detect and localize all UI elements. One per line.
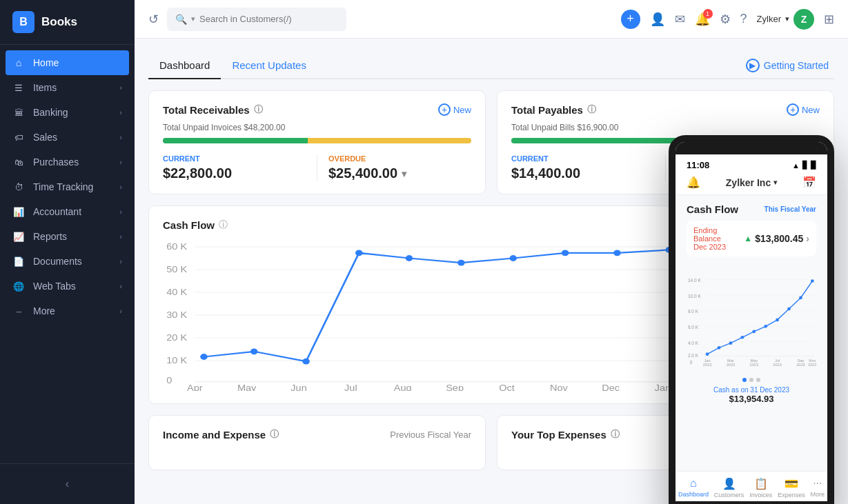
svg-text:2022: 2022	[600, 390, 622, 391]
search-dropdown-icon[interactable]: ▾	[191, 14, 195, 23]
mobile-tab-more[interactable]: ··· More	[811, 477, 825, 498]
sidebar-item-reports[interactable]: 📈 Reports ›	[0, 224, 135, 249]
svg-text:14.0 K: 14.0 K	[688, 278, 702, 283]
chart-dot	[250, 348, 258, 354]
sidebar: B Books ⌂ Home ☰ Items › 🏛 Banking ›	[0, 0, 135, 504]
mobile-chart-svg: 14.0 K 10.0 K 8.0 K 6.0 K 4.0 K 2.0 K 0	[687, 263, 816, 374]
mobile-chart: 14.0 K 10.0 K 8.0 K 6.0 K 4.0 K 2.0 K 0	[687, 263, 816, 374]
add-button[interactable]: +	[621, 10, 640, 29]
dot	[749, 378, 753, 382]
user-name: Zylker	[757, 14, 781, 24]
main-content: ↺ 🔍 ▾ + 👤 ✉ 🔔 1 ⚙ ? Zylker ▾ Z ⊞	[135, 0, 848, 504]
mobile-tab-expenses[interactable]: 💳 Expenses	[778, 477, 805, 498]
refresh-button[interactable]: ↺	[148, 12, 159, 27]
chart-dot	[302, 359, 310, 365]
svg-point-54	[740, 336, 744, 339]
svg-text:10.0 K: 10.0 K	[688, 294, 702, 299]
mobile-cash-label: Cash as on 31 Dec 2023	[687, 386, 816, 394]
svg-point-59	[799, 296, 802, 300]
mobile-cashflow-title: Cash Flow	[687, 203, 738, 215]
svg-point-53	[729, 341, 733, 345]
chart-dot	[562, 250, 569, 256]
sidebar-item-documents[interactable]: 📄 Documents ›	[0, 249, 135, 274]
notifications-icon[interactable]: 🔔 1	[695, 12, 710, 27]
help-icon[interactable]: ?	[740, 12, 747, 26]
mobile-bell-icon: 🔔	[687, 176, 700, 189]
more-icon: ···	[12, 305, 25, 317]
income-expense-period[interactable]: Previous Fiscal Year	[390, 430, 471, 440]
search-icon: 🔍	[175, 14, 187, 25]
sidebar-item-sales[interactable]: 🏷 Sales ›	[0, 125, 135, 150]
sidebar-item-purchases[interactable]: 🛍 Purchases ›	[0, 150, 135, 174]
search-input[interactable]	[199, 14, 337, 24]
mobile-balance-label: Ending Balance	[693, 226, 721, 243]
svg-text:30 K: 30 K	[166, 311, 187, 321]
receivables-new-button[interactable]: + New	[438, 103, 471, 116]
app-name: Books	[41, 15, 77, 29]
sales-icon: 🏷	[12, 131, 25, 143]
overdue-dropdown-icon[interactable]: ▾	[402, 168, 406, 179]
chart-dot	[509, 255, 517, 261]
sidebar-logo: B Books	[0, 0, 135, 45]
mobile-header: 🔔 Zylker Inc ▾ 📅	[676, 173, 827, 195]
tab-recent-updates[interactable]: Recent Updates	[221, 52, 317, 79]
chevron-right-icon: ›	[119, 282, 122, 290]
grid-icon[interactable]: ⊞	[824, 12, 834, 27]
svg-text:8.0 K: 8.0 K	[688, 309, 699, 314]
svg-text:2023: 2023	[750, 363, 759, 367]
contacts-icon[interactable]: 👤	[650, 12, 665, 27]
sidebar-item-time-tracking[interactable]: ⏱ Time Tracking ›	[0, 174, 135, 199]
purchases-icon: 🛍	[12, 156, 25, 168]
mobile-tab-customers[interactable]: 👤 Customers	[714, 477, 745, 498]
sidebar-item-items[interactable]: ☰ Items ›	[0, 75, 135, 100]
mobile-tab-invoices[interactable]: 📋 Invoices	[749, 477, 772, 498]
topbar: ↺ 🔍 ▾ + 👤 ✉ 🔔 1 ⚙ ? Zylker ▾ Z ⊞	[135, 0, 848, 39]
documents-icon: 📄	[12, 255, 25, 268]
current-label: CURRENT	[163, 154, 306, 163]
user-menu[interactable]: Zylker ▾ Z	[757, 9, 814, 30]
time-tracking-icon: ⏱	[12, 181, 25, 193]
svg-text:10 K: 10 K	[166, 356, 187, 366]
sidebar-nav: ⌂ Home ☰ Items › 🏛 Banking › 🏷 Sales	[0, 45, 135, 463]
chevron-right-icon: ›	[119, 232, 122, 241]
chevron-right-icon: ›	[119, 133, 122, 141]
receivables-overdue-block: OVERDUE $25,400.00 ▾	[328, 154, 471, 181]
plus-icon: +	[787, 103, 799, 116]
wifi-icon: ▲	[792, 161, 800, 170]
svg-text:50 K: 50 K	[166, 265, 187, 275]
receivables-overdue-amount: $25,400.00 ▾	[328, 165, 471, 181]
payables-current-block: CURRENT $14,400.00	[511, 154, 654, 181]
settings-icon[interactable]: ⚙	[720, 12, 731, 27]
svg-point-56	[764, 325, 767, 328]
items-icon: ☰	[12, 81, 25, 94]
page-tabs: Dashboard Recent Updates ▶ Getting Start…	[148, 52, 834, 79]
mobile-pagination-dots	[687, 378, 816, 382]
svg-text:2023: 2023	[773, 363, 782, 367]
chevron-right-icon: ›	[119, 108, 122, 117]
svg-text:2022: 2022	[444, 390, 466, 391]
more-icon: ···	[813, 477, 822, 490]
mobile-balance-row: Ending Balance Dec 2023 ▲ $13,800.45 ›	[687, 221, 816, 256]
sidebar-bottom: ‹	[0, 463, 135, 504]
mobile-dropdown-icon: ▾	[773, 179, 777, 186]
sidebar-collapse-button[interactable]: ‹	[0, 472, 135, 496]
mobile-expand-icon: ›	[806, 233, 809, 244]
notification-badge: 1	[703, 9, 713, 19]
sidebar-item-accountant[interactable]: 📊 Accountant ›	[0, 199, 135, 224]
reports-icon: 📈	[12, 230, 25, 243]
receivables-current-bar	[163, 138, 308, 143]
getting-started-button[interactable]: ▶ Getting Started	[740, 56, 834, 75]
income-expense-card: Income and Expense ⓘ Previous Fiscal Yea…	[148, 415, 486, 470]
sidebar-item-home[interactable]: ⌂ Home	[6, 50, 129, 75]
sidebar-item-label: Documents	[33, 256, 82, 267]
mobile-tab-dashboard[interactable]: ⌂ Dashboard	[678, 477, 709, 498]
sidebar-item-web-tabs[interactable]: 🌐 Web Tabs ›	[0, 274, 135, 299]
sidebar-item-banking[interactable]: 🏛 Banking ›	[0, 100, 135, 125]
payables-new-button[interactable]: + New	[787, 103, 820, 116]
envelope-icon[interactable]: ✉	[675, 12, 685, 27]
sidebar-item-more[interactable]: ··· More ›	[0, 299, 135, 323]
tab-dashboard[interactable]: Dashboard	[148, 52, 221, 79]
accountant-icon: 📊	[12, 205, 25, 218]
mobile-company: Zylker Inc ▾	[726, 177, 777, 188]
svg-text:2022: 2022	[495, 390, 517, 391]
